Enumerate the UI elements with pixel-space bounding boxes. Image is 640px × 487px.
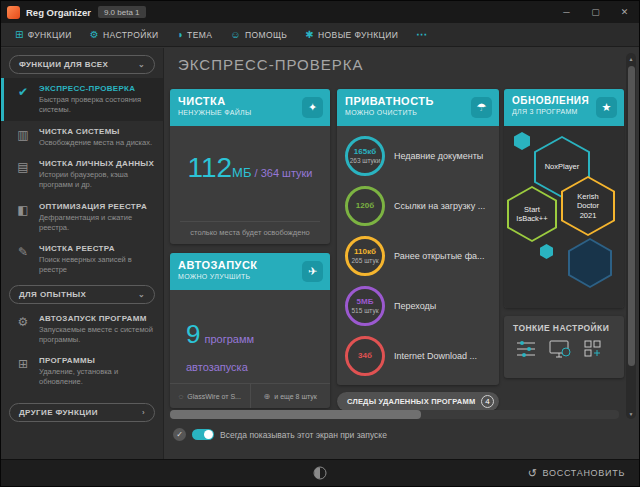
sidebar-item-registry-optimization[interactable]: ◧ ОПТИМИЗАЦИЯ РЕЕСТРА Дефрагментация и с… — [1, 196, 163, 239]
privacy-ring: 120б — [345, 186, 385, 226]
theme-icon: ◑ — [177, 29, 183, 40]
cleanup-card[interactable]: ЧИСТКА НЕНУЖНЫЕ ФАЙЛЫ ✦ 112МБ / 364 штук… — [170, 89, 330, 244]
privacy-ring: 110кб 265 штук — [345, 236, 385, 276]
privacy-row[interactable]: 165кб 263 штуки Недавние документы — [337, 131, 499, 181]
menu-help-label: ПОМОЩЬ — [245, 30, 287, 40]
privacy-row[interactable]: 120б Ссылки на загрузку ... — [337, 181, 499, 231]
restore-label: ВОССТАНОВИТЬ — [543, 468, 625, 478]
fine-tuning-title: ТОНКИЕ НАСТРОЙКИ — [504, 316, 624, 337]
privacy-card[interactable]: ПРИВАТНОСТЬ МОЖНО ОЧИСТИТЬ ☂ 165кб 263 ш… — [337, 89, 499, 385]
menu-help[interactable]: ☺ ПОМОЩЬ — [221, 23, 296, 46]
privacy-card-body: 165кб 263 штуки Недавние документы 120б … — [337, 126, 499, 385]
update-program-name: Start IsBack++ — [509, 188, 555, 240]
sidebar-item-express-check[interactable]: ✔ ЭКСПРЕСС-ПРОВЕРКА Быстрая проверка сос… — [1, 78, 163, 121]
sidebar-item-private-data-cleanup[interactable]: ▤ ЧИСТКА ЛИЧНЫХ ДАННЫХ Истории браузеров… — [1, 153, 163, 196]
sidebar-item-text: ПРОГРАММЫ Удаление, установка и обновлен… — [39, 356, 157, 387]
horizontal-scrollbar[interactable] — [170, 410, 619, 419]
fine-tuning-card[interactable]: ТОНКИЕ НАСТРОЙКИ — [504, 316, 624, 378]
privacy-value: 165кб — [354, 147, 376, 157]
autorun-app-glasswire[interactable]: ◌ GlassWire от S... — [170, 384, 250, 408]
autorun-app-label: GlassWire от S... — [187, 393, 241, 400]
autorun-card[interactable]: АВТОЗАПУСК МОЖНО УЛУЧШИТЬ ✈ 9программ ав… — [170, 253, 330, 408]
sidebar-item-startup-programs[interactable]: ⚙ АВТОЗАПУСК ПРОГРАММ Запускаемые вместе… — [1, 308, 163, 351]
menu-settings-label: НАСТРОЙКИ — [103, 30, 159, 40]
cleanup-stats: 112МБ / 364 штуки — [170, 152, 330, 184]
startup-toggle-label: Всегда показывать этот экран при запуске — [220, 430, 387, 440]
programs-icon: ⊞ — [14, 356, 32, 387]
sidebar-item-programs[interactable]: ⊞ ПРОГРАММЫ Удаление, установка и обновл… — [1, 350, 163, 393]
vertical-scrollbar-thumb[interactable] — [628, 66, 635, 366]
sidebar: ФУНКЦИИ ДЛЯ ВСЕХ ⌄ ✔ ЭКСПРЕСС-ПРОВЕРКА Б… — [1, 48, 164, 459]
restore-button[interactable]: ↺ ВОССТАНОВИТЬ — [528, 467, 625, 480]
sidebar-group-label: ДЛЯ ОПЫТНЫХ — [19, 290, 86, 299]
toggle-knob — [204, 430, 213, 439]
privacy-row[interactable]: 5МБ 515 штук Переходы — [337, 281, 499, 331]
privacy-row[interactable]: 34б Internet Download ... — [337, 331, 499, 381]
cleanup-size-value: 112 — [187, 152, 232, 183]
apps-grid-icon[interactable] — [583, 339, 603, 363]
privacy-label: Ссылки на загрузку ... — [394, 201, 485, 212]
decor-hexagon — [568, 238, 612, 288]
chevron-down-icon: ⌄ — [138, 290, 145, 299]
privacy-label: Переходы — [394, 301, 436, 312]
cleanup-size-unit: МБ — [232, 165, 251, 180]
horizontal-scrollbar-thumb[interactable] — [170, 410, 421, 419]
privacy-value: 5МБ — [357, 297, 374, 307]
sidebar-item-subtitle: Удаление, установка и обновление. — [39, 367, 157, 387]
display-settings-icon[interactable] — [548, 339, 572, 363]
sidebar-item-system-cleanup[interactable]: ▥ ЧИСТКА СИСТЕМЫ Освобождение места на д… — [1, 121, 163, 154]
sidebar-item-title: ОПТИМИЗАЦИЯ РЕЕСТРА — [39, 202, 157, 211]
sidebar-item-subtitle: Освобождение места на дисках. — [39, 138, 152, 148]
menu-more[interactable]: ⋯ — [407, 23, 436, 46]
registry-optimize-icon: ◧ — [14, 202, 32, 233]
update-program-name: Kerish Doctor 2021 — [563, 178, 613, 234]
update-hex-startisback[interactable]: Start IsBack++ — [507, 186, 557, 242]
menu-settings[interactable]: ⚙ НАСТРОЙКИ — [81, 23, 168, 46]
startup-toggle[interactable] — [192, 429, 214, 440]
scroll-down-icon[interactable]: ▼ — [626, 408, 636, 419]
menu-new-features-label: НОВЫЕ ФУНКЦИИ — [318, 30, 398, 40]
private-data-icon: ▤ — [14, 159, 32, 190]
menu-functions[interactable]: ⊞ ФУНКЦИИ — [6, 23, 81, 46]
sidebar-other-functions-button[interactable]: ДРУГИЕ ФУНКЦИИ › — [9, 403, 155, 422]
updates-card[interactable]: ОБНОВЛЕНИЯ ДЛЯ 3 ПРОГРАММ ★ NoxPlayer St… — [504, 89, 624, 308]
sidebar-item-title: ЧИСТКА СИСТЕМЫ — [39, 127, 152, 136]
startup-programs-icon: ⚙ — [14, 314, 32, 345]
minimize-button[interactable]: ─ — [552, 1, 581, 23]
menu-theme[interactable]: ◑ ТЕМА — [168, 23, 222, 46]
help-icon: ☺ — [230, 29, 241, 40]
card-title: ПРИВАТНОСТЬ — [345, 95, 491, 107]
sidebar-item-registry-cleanup[interactable]: ✎ ЧИСТКА РЕЕСТРА Поиск неверных записей … — [1, 238, 163, 281]
card-title: ЧИСТКА — [178, 95, 322, 107]
close-button[interactable]: ✕ — [610, 1, 639, 23]
ellipsis-icon: ⋯ — [416, 28, 427, 41]
app-window: Reg Organizer 9.0 beta 1 ─ ▢ ✕ ⊞ ФУНКЦИИ… — [0, 0, 640, 487]
sidebar-item-subtitle: Дефрагментация и сжатие реестра. — [39, 213, 157, 233]
sidebar-item-text: ЭКСПРЕСС-ПРОВЕРКА Быстрая проверка состо… — [39, 84, 157, 115]
autorun-more-apps[interactable]: ⊕ и еще 8 штук — [250, 384, 331, 408]
maximize-button[interactable]: ▢ — [581, 1, 610, 23]
card-subtitle: НЕНУЖНЫЕ ФАЙЛЫ — [178, 109, 322, 116]
menubar: ⊞ ФУНКЦИИ ⚙ НАСТРОЙКИ ◑ ТЕМА ☺ ПОМОЩЬ ✱ … — [1, 23, 639, 47]
scroll-up-icon[interactable]: ▲ — [626, 53, 636, 64]
content-area: ФУНКЦИИ ДЛЯ ВСЕХ ⌄ ✔ ЭКСПРЕСС-ПРОВЕРКА Б… — [1, 48, 639, 459]
vertical-scrollbar[interactable]: ▲ ▼ — [626, 53, 636, 419]
sidebar-group-for-experts[interactable]: ДЛЯ ОПЫТНЫХ ⌄ — [9, 285, 155, 304]
sidebar-group-label: ДРУГИЕ ФУНКЦИИ — [19, 408, 98, 417]
chevron-right-icon: › — [142, 408, 145, 417]
brush-icon: ✦ — [302, 97, 323, 118]
sidebar-item-title: ЭКСПРЕСС-ПРОВЕРКА — [39, 84, 157, 93]
card-subtitle: МОЖНО ОЧИСТИТЬ — [345, 109, 491, 116]
sliders-icon[interactable] — [515, 339, 537, 363]
menu-new-features[interactable]: ✱ НОВЫЕ ФУНКЦИИ — [296, 23, 407, 46]
deleted-programs-traces-button[interactable]: СЛЕДЫ УДАЛЕННЫХ ПРОГРАММ 4 — [337, 392, 499, 411]
theme-toggle-icon[interactable] — [314, 467, 327, 480]
cleanup-card-body: 112МБ / 364 штуки столько места будет ос… — [170, 126, 330, 244]
privacy-row[interactable]: 110кб 265 штук Ранее открытые фа... — [337, 231, 499, 281]
card-title: АВТОЗАПУСК — [178, 259, 322, 271]
sidebar-group-functions-for-all[interactable]: ФУНКЦИИ ДЛЯ ВСЕХ ⌄ — [9, 55, 155, 74]
privacy-card-header: ПРИВАТНОСТЬ МОЖНО ОЧИСТИТЬ ☂ — [337, 89, 499, 126]
restore-icon: ↺ — [528, 467, 538, 480]
traces-label: СЛЕДЫ УДАЛЕННЫХ ПРОГРАММ — [347, 397, 475, 406]
app-title: Reg Organizer — [26, 7, 91, 18]
